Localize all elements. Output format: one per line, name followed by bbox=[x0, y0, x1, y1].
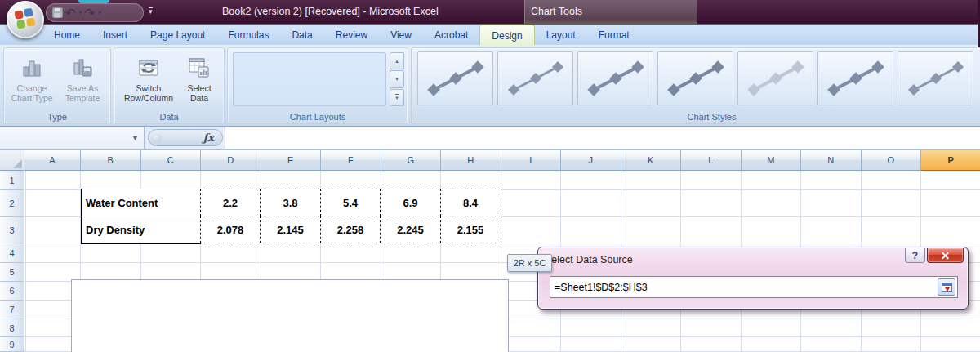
office-button[interactable] bbox=[7, 1, 44, 38]
group-label-chart-styles: Chart Styles bbox=[412, 112, 980, 122]
tab-insert[interactable]: Insert bbox=[91, 25, 139, 46]
tab-layout[interactable]: Layout bbox=[535, 25, 587, 46]
chart-styles-row bbox=[417, 51, 973, 105]
switch-row-column-button[interactable]: Switch Row/Column bbox=[118, 53, 179, 105]
select-data-icon bbox=[187, 55, 212, 81]
cell-f3[interactable]: 2.258 bbox=[320, 216, 381, 243]
expand-dialog-button[interactable] bbox=[938, 278, 956, 296]
chart-style-thumbnail[interactable] bbox=[577, 51, 653, 105]
row-header[interactable]: 7 bbox=[0, 301, 24, 319]
cell-dry-density-label[interactable]: Dry Density bbox=[81, 216, 201, 244]
chart-style-thumbnail[interactable] bbox=[657, 51, 733, 105]
tab-data[interactable]: Data bbox=[280, 25, 323, 46]
row-header[interactable]: 5 bbox=[0, 263, 24, 282]
grid-row bbox=[24, 171, 980, 190]
customize-qat-icon[interactable]: ▾ bbox=[149, 7, 153, 15]
data-table: Water Content 2.2 3.8 5.4 6.9 8.4 Dry De… bbox=[81, 189, 501, 243]
gallery-more-icon[interactable]: ▾ bbox=[390, 89, 404, 106]
chart-style-thumbnail[interactable] bbox=[417, 51, 493, 105]
tab-view[interactable]: View bbox=[379, 25, 423, 46]
dialog-close-button[interactable] bbox=[927, 248, 964, 263]
column-header[interactable]: F bbox=[321, 150, 381, 171]
undo-icon[interactable]: ↶ bbox=[65, 7, 76, 19]
column-header[interactable]: I bbox=[501, 150, 562, 171]
cell-h2[interactable]: 8.4 bbox=[440, 189, 501, 216]
cell-d3[interactable]: 2.078 bbox=[200, 216, 261, 243]
chart-type-icon bbox=[20, 55, 43, 81]
window-title: Book2 (version 2) [Recovered] - Microsof… bbox=[222, 6, 439, 17]
column-header[interactable]: D bbox=[201, 150, 261, 171]
column-header[interactable]: G bbox=[381, 150, 442, 171]
column-header[interactable]: E bbox=[261, 150, 322, 171]
chart-style-thumbnail[interactable] bbox=[737, 51, 813, 105]
row-header[interactable]: 9 bbox=[0, 337, 24, 352]
gallery-down-icon[interactable]: ▾ bbox=[390, 70, 404, 87]
cell-h3[interactable]: 2.155 bbox=[440, 216, 501, 243]
embedded-chart[interactable] bbox=[71, 279, 509, 352]
column-header[interactable]: C bbox=[141, 150, 202, 171]
insert-function-icon[interactable]: ƒx bbox=[203, 131, 214, 144]
column-header[interactable]: L bbox=[681, 150, 742, 171]
cell-g3[interactable]: 2.245 bbox=[380, 216, 441, 243]
row-header[interactable]: 6 bbox=[0, 282, 24, 301]
tab-acrobat[interactable]: Acrobat bbox=[423, 25, 479, 46]
group-label-type: Type bbox=[4, 112, 110, 122]
tab-review[interactable]: Review bbox=[324, 25, 379, 46]
chart-style-thumbnail[interactable] bbox=[817, 51, 893, 105]
row-header[interactable]: 2 bbox=[0, 190, 24, 217]
redo-dropdown-icon[interactable]: ▾ bbox=[98, 9, 101, 16]
column-header[interactable]: B bbox=[81, 150, 141, 171]
chart-data-range-field[interactable]: =Sheet1!$D$2:$H$3 bbox=[550, 276, 958, 298]
column-header[interactable]: M bbox=[742, 150, 802, 171]
row-headers: 1 2 3 4 5 6 7 8 9 bbox=[0, 171, 24, 352]
column-header-selected[interactable]: P bbox=[921, 150, 980, 171]
tab-formulas[interactable]: Formulas bbox=[216, 25, 280, 46]
contextual-tab-label: Chart Tools bbox=[531, 6, 582, 17]
chart-style-thumbnail[interactable] bbox=[497, 51, 573, 105]
cell-g2[interactable]: 6.9 bbox=[380, 189, 441, 216]
ribbon-group-data: Switch Row/Column Select Data Data bbox=[114, 47, 225, 124]
gallery-up-icon[interactable]: ▴ bbox=[390, 52, 404, 69]
change-chart-type-button[interactable]: Change Chart Type bbox=[7, 53, 57, 105]
ribbon-tab-row: Home Insert Page Layout Formulas Data Re… bbox=[0, 24, 980, 45]
range-value: =Sheet1!$D$2:$H$3 bbox=[550, 282, 938, 293]
column-header[interactable]: N bbox=[801, 150, 862, 171]
undo-dropdown-icon[interactable]: ▾ bbox=[79, 9, 82, 16]
select-data-button[interactable]: Select Data bbox=[179, 53, 220, 105]
name-box[interactable]: ▼ bbox=[0, 127, 145, 149]
name-box-dropdown-icon[interactable]: ▼ bbox=[131, 134, 139, 142]
title-bar: ↶ ▾ ↷ ▾ ▾ Book2 (version 2) [Recovered] … bbox=[0, 0, 980, 24]
select-all-corner[interactable] bbox=[0, 150, 24, 171]
cell-e3[interactable]: 2.145 bbox=[260, 216, 321, 243]
tab-page-layout[interactable]: Page Layout bbox=[139, 25, 216, 46]
tab-design[interactable]: Design bbox=[479, 25, 534, 46]
row-header[interactable]: 4 bbox=[0, 243, 24, 263]
tab-home[interactable]: Home bbox=[42, 25, 91, 46]
column-header[interactable]: J bbox=[561, 150, 621, 171]
formula-input[interactable] bbox=[225, 127, 980, 149]
redo-icon[interactable]: ↷ bbox=[85, 7, 96, 19]
dialog-title[interactable]: Select Data Source bbox=[545, 254, 633, 265]
chart-style-thumbnail[interactable] bbox=[898, 51, 973, 105]
row-header[interactable]: 3 bbox=[0, 217, 24, 243]
cell-e2[interactable]: 3.8 bbox=[260, 189, 321, 216]
office-logo-icon bbox=[14, 7, 36, 29]
chart-layouts-gallery[interactable] bbox=[233, 52, 386, 106]
switch-row-column-icon bbox=[136, 55, 161, 81]
column-header[interactable]: H bbox=[441, 150, 501, 171]
select-all-icon bbox=[13, 159, 22, 168]
row-header[interactable]: 8 bbox=[0, 319, 24, 337]
row-header[interactable]: 1 bbox=[0, 171, 24, 190]
select-data-source-dialog[interactable]: Select Data Source ? =Sheet1!$D$2:$H$3 bbox=[537, 247, 969, 310]
tab-format[interactable]: Format bbox=[587, 25, 641, 46]
column-header[interactable]: O bbox=[862, 150, 922, 171]
column-header[interactable]: A bbox=[24, 150, 81, 171]
cell-d2[interactable]: 2.2 bbox=[200, 189, 261, 216]
save-icon[interactable] bbox=[52, 7, 63, 18]
dialog-help-button[interactable]: ? bbox=[905, 248, 925, 263]
save-as-template-button[interactable]: Save As Template bbox=[57, 53, 108, 105]
cell-water-content-label[interactable]: Water Content bbox=[81, 189, 201, 217]
column-header[interactable]: K bbox=[621, 150, 682, 171]
save-as-template-label: Save As Template bbox=[57, 83, 108, 103]
cell-f2[interactable]: 5.4 bbox=[320, 189, 381, 216]
